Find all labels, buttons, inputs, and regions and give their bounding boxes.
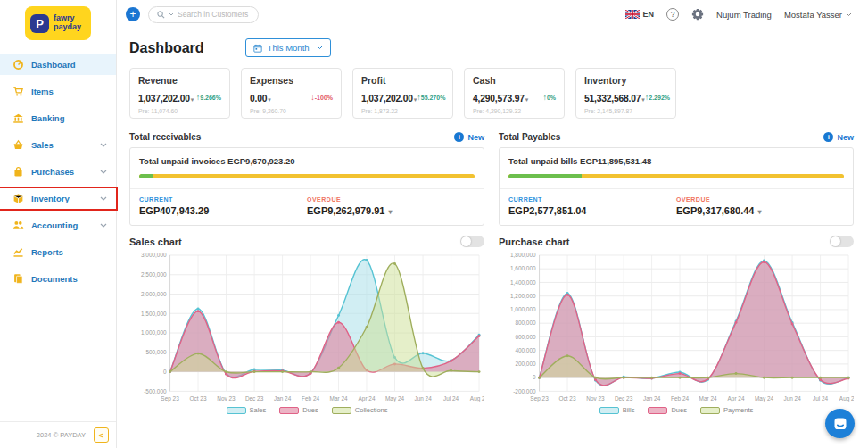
svg-text:Jul 24: Jul 24 [443,395,459,402]
legend-item[interactable]: Bills [599,406,635,414]
svg-text:Apr 24: Apr 24 [728,395,745,402]
brand-logo[interactable]: P fawry payday [0,0,116,44]
kpi-card-profit: Profit1,037,202.00▾↑55.270%Pre: 1,873.22 [352,68,453,119]
sidebar-item-accounting[interactable]: Accounting [0,215,116,236]
legend-item[interactable]: Sales [227,406,267,414]
svg-text:-200,000: -200,000 [513,388,536,394]
charts-row: Sales chartSep 23Oct 23Nov 23Dec 23Jan 2… [129,236,854,414]
purchase-chart-toggle[interactable] [830,236,854,247]
sidebar-item-banking[interactable]: Banking [0,108,116,129]
receivables-overdue-value[interactable]: EGP9,262,979.91 ▾ [307,205,475,216]
receivables-card: Total unpaid invoices EGP9,670,923.20 CU… [129,147,484,226]
sidebar-collapse-button[interactable]: < [94,427,109,443]
svg-text:1,000,000: 1,000,000 [141,329,167,336]
kpi-card-cash: Cash4,290,573.97▾↑0%Pre: 4,290,129.32 [464,68,565,119]
sales-chart-svg: Sep 23Oct 23Nov 23Dec 23Jan 24Feb 24Mar … [129,250,484,405]
svg-text:Feb 24: Feb 24 [302,395,319,402]
legend-item[interactable]: Payments [700,406,753,414]
search-input[interactable] [178,10,250,19]
chart-panel-purchase-chart: Purchase chartSep 23Oct 23Nov 23Dec 23Ja… [499,236,854,414]
svg-text:3,000,000: 3,000,000 [141,252,167,258]
language-selector[interactable]: EN [625,10,655,19]
legend-item[interactable]: Dues [279,406,318,414]
receivables-title: Total receivables [129,132,201,142]
svg-text:1,600,000: 1,600,000 [510,265,536,271]
kpi-value: 1,037,202.00 [138,94,190,104]
svg-text:Jan 24: Jan 24 [274,395,292,402]
chevron-down-icon [100,170,107,174]
kpi-previous-value: Pre: 9,260.70 [250,108,333,114]
plus-icon: + [823,132,833,142]
svg-text:1,800,000: 1,800,000 [510,252,536,258]
svg-text:1,000,000: 1,000,000 [510,306,536,312]
sidebar-item-label: Accounting [31,220,78,230]
receivables-section: Total receivables + New Total unpaid inv… [129,132,484,226]
chevron-down-icon [317,46,323,50]
chevron-down-icon[interactable]: ▾ [191,96,194,103]
new-invoice-button[interactable]: + New [454,132,484,142]
svg-text:May 24: May 24 [755,395,773,402]
global-search[interactable] [148,6,259,23]
chat-launcher-button[interactable] [825,409,855,438]
purchase-chart-svg: Sep 23Oct 23Nov 23Dec 23Jan 24Feb 24Mar … [499,250,854,405]
legend-item[interactable]: Collections [332,406,388,414]
svg-text:May 24: May 24 [385,395,404,402]
company-switcher[interactable]: Nujum Trading [716,10,772,20]
kpi-change: ↑55.270% [417,93,445,102]
app-root: P fawry payday DashboardItemsBankingSale… [0,0,868,448]
sales-chart-toggle[interactable] [460,236,484,247]
sidebar-item-label: Dashboard [31,60,76,70]
svg-text:500,000: 500,000 [145,349,167,355]
payables-overdue-value[interactable]: EGP9,317,680.44 ▾ [676,205,844,216]
sidebar-item-inventory[interactable]: Inventory [0,188,116,209]
receivables-current-value: EGP407,943.29 [139,205,307,216]
fawry-monogram-icon: P [30,14,49,33]
kpi-title: Profit [361,75,444,86]
chevron-down-icon [100,196,107,201]
svg-text:Oct 23: Oct 23 [190,395,207,402]
chevron-down-icon [100,223,107,228]
svg-text:600,000: 600,000 [515,334,536,340]
sidebar-item-dashboard[interactable]: Dashboard [0,54,116,75]
search-scope-caret-icon[interactable] [169,12,174,16]
chart-icon [12,246,24,259]
chevron-down-icon[interactable]: ▾ [268,96,271,103]
help-icon[interactable]: ? [666,8,679,21]
sidebar: P fawry payday DashboardItemsBankingSale… [0,0,117,448]
calendar-icon [253,44,262,53]
chart-legend: BillsDuesPayments [499,406,854,414]
kpi-card-inventory: Inventory51,332,568.07▾↑2.292%Pre: 2,145… [575,68,676,119]
svg-text:0: 0 [533,374,536,380]
sidebar-item-documents[interactable]: Documents [0,269,116,289]
svg-text:200,000: 200,000 [515,361,536,367]
sidebar-item-items[interactable]: Items [0,81,116,102]
unpaid-bills-summary: Total unpaid bills EGP11,895,531.48 [508,156,844,166]
legend-item[interactable]: Dues [648,406,687,414]
messenger-icon [833,417,847,431]
new-bill-button[interactable]: + New [823,132,854,142]
box-icon [12,193,24,205]
sidebar-item-label: Sales [31,140,54,150]
sidebar-item-label: Inventory [31,194,70,203]
sidebar-item-reports[interactable]: Reports [0,242,116,262]
kpi-change: ↑2.292% [645,93,670,102]
kpi-cards-row: Revenue1,037,202.00▾↑9.266%Pre: 11,074.6… [129,68,854,119]
current-label: CURRENT [508,196,676,203]
user-menu[interactable]: Mostafa Yasser [784,10,852,20]
bag-icon [12,166,24,178]
chevron-down-icon[interactable]: ▾ [525,96,529,103]
svg-text:Jun 24: Jun 24 [414,395,432,402]
legend-swatch [599,407,619,414]
svg-text:1,500,000: 1,500,000 [141,311,167,317]
kpi-title: Revenue [138,75,221,86]
period-filter-dropdown[interactable]: This Month [245,38,331,57]
plus-icon: + [454,132,464,142]
sidebar-item-sales[interactable]: Sales [0,135,116,155]
gear-icon[interactable] [691,8,704,21]
svg-text:Nov 23: Nov 23 [217,395,236,402]
uk-flag-icon [625,10,640,19]
kpi-value: 4,290,573.97 [473,94,525,104]
sidebar-item-purchases[interactable]: Purchases [0,162,116,182]
quick-add-button[interactable]: + [126,7,140,21]
receivables-progress-bar [139,174,475,178]
